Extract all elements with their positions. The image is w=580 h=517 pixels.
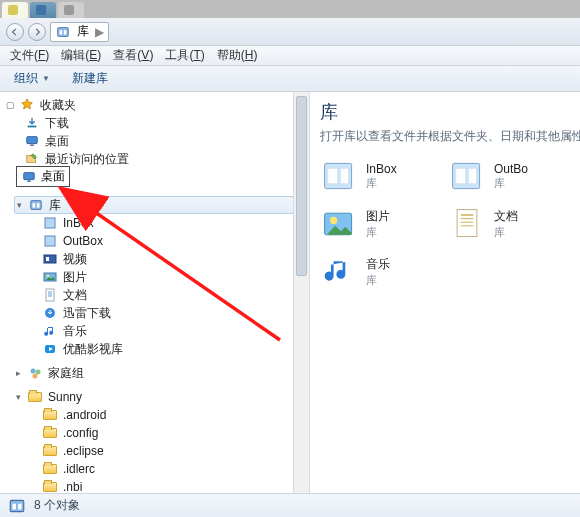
- lib-generic-icon: [42, 215, 58, 231]
- menu-view[interactable]: 查看(V): [107, 45, 159, 66]
- tree-item-outbox[interactable]: OutBox: [6, 232, 294, 250]
- tree-item-youku[interactable]: 优酷影视库: [6, 340, 294, 358]
- menu-help[interactable]: 帮助(H): [211, 45, 264, 66]
- library-item-documents[interactable]: 文档库: [448, 205, 570, 243]
- organize-button[interactable]: 组织 ▼: [6, 68, 58, 89]
- folder-icon: [42, 443, 58, 459]
- status-count: 8 个对象: [34, 497, 80, 514]
- chevron-down-icon: ▼: [42, 74, 50, 83]
- lib-large-picture-icon: [320, 205, 358, 243]
- folder-icon: [42, 407, 58, 423]
- lib-video-icon: [42, 251, 58, 267]
- tree-item-inbox[interactable]: InBox: [6, 214, 294, 232]
- expand-icon[interactable]: ▸: [14, 369, 23, 378]
- library-item-pictures[interactable]: 图片库: [320, 205, 442, 243]
- browser-tab-3[interactable]: [58, 2, 84, 18]
- tree-item-download[interactable]: 下载: [6, 114, 294, 132]
- tree-item-picture[interactable]: 图片: [6, 268, 294, 286]
- svg-rect-26: [27, 180, 31, 181]
- svg-rect-28: [328, 169, 337, 183]
- svg-rect-42: [18, 503, 21, 509]
- menu-tools[interactable]: 工具(T): [159, 45, 210, 66]
- svg-rect-32: [469, 169, 476, 183]
- tree-item-xunlei[interactable]: 迅雷下载: [6, 304, 294, 322]
- status-bar: 8 个对象: [0, 493, 580, 517]
- lib-doc-icon: [42, 287, 58, 303]
- svg-rect-29: [341, 169, 348, 183]
- svg-rect-41: [13, 503, 16, 509]
- forward-button[interactable]: [28, 23, 46, 41]
- svg-rect-31: [456, 169, 465, 183]
- page-subtitle: 打开库以查看文件并根据文件夹、日期和其他属性排列这些文件。: [320, 128, 570, 145]
- desktop-callout-label: 桌面: [41, 168, 65, 185]
- breadcrumb[interactable]: 库 ▶: [50, 22, 109, 42]
- tree-item-doc[interactable]: 文档: [6, 286, 294, 304]
- lib-music-icon: [42, 323, 58, 339]
- expand-icon[interactable]: ▢: [6, 101, 15, 110]
- menu-file[interactable]: 文件(F): [4, 45, 55, 66]
- svg-rect-3: [28, 126, 37, 128]
- tree-item-folder[interactable]: .android: [6, 406, 294, 424]
- lib-large-doc-icon: [448, 205, 486, 243]
- tree-group-user[interactable]: ▾ Sunny: [6, 388, 294, 406]
- svg-point-15: [47, 275, 50, 278]
- svg-rect-7: [31, 201, 42, 210]
- library-icon: [8, 497, 26, 515]
- collapse-icon[interactable]: ▾: [14, 393, 23, 402]
- download-icon: [24, 115, 40, 131]
- back-button[interactable]: [6, 23, 24, 41]
- tree-item-folder[interactable]: .nbi: [6, 478, 294, 493]
- menu-bar: 文件(F) 编辑(E) 查看(V) 工具(T) 帮助(H): [0, 46, 580, 66]
- library-item-inbox[interactable]: InBox库: [320, 157, 442, 195]
- tree-view: ▢ 收藏夹 下载 桌面 最近访问的位置: [0, 92, 294, 493]
- lib-large-generic-icon: [448, 157, 486, 195]
- svg-rect-9: [37, 203, 40, 207]
- collapse-icon[interactable]: ▾: [15, 201, 24, 210]
- svg-rect-35: [457, 210, 477, 237]
- navigation-pane: ▢ 收藏夹 下载 桌面 最近访问的位置: [0, 92, 310, 493]
- tree-group-homegroup[interactable]: ▸ 家庭组: [6, 364, 294, 382]
- svg-rect-5: [30, 145, 34, 146]
- tree-group-libraries[interactable]: ▾ 库: [14, 196, 294, 214]
- svg-point-22: [31, 369, 36, 374]
- tree-item-desktop[interactable]: 桌面: [6, 132, 294, 150]
- scrollbar-vertical[interactable]: [293, 92, 309, 493]
- library-item-music[interactable]: 音乐库: [320, 253, 442, 291]
- folder-icon: [42, 479, 58, 493]
- library-grid: InBox库 OutBo库 图片库 文档库 音乐库: [320, 157, 570, 291]
- nav-bar: 库 ▶: [0, 18, 580, 46]
- library-item-outbox[interactable]: OutBo库: [448, 157, 570, 195]
- page-title: 库: [320, 100, 570, 124]
- command-bar: 组织 ▼ 新建库: [0, 66, 580, 92]
- library-icon: [28, 197, 44, 213]
- svg-point-24: [33, 374, 38, 379]
- tree-item-folder[interactable]: .eclipse: [6, 442, 294, 460]
- new-library-button[interactable]: 新建库: [64, 68, 116, 89]
- monitor-icon: [21, 169, 37, 185]
- chevron-right-icon: ▶: [95, 25, 104, 39]
- library-icon: [55, 24, 71, 40]
- tree-label: 收藏夹: [39, 97, 76, 114]
- svg-rect-10: [45, 218, 55, 228]
- tree-item-music[interactable]: 音乐: [6, 322, 294, 340]
- svg-rect-1: [60, 30, 63, 34]
- folder-icon: [42, 425, 58, 441]
- browser-tab-1[interactable]: [2, 2, 28, 18]
- tree-item-folder[interactable]: .config: [6, 424, 294, 442]
- svg-rect-8: [33, 203, 36, 207]
- svg-point-23: [36, 370, 41, 375]
- breadcrumb-item[interactable]: 库: [75, 23, 91, 40]
- scrollbar-thumb[interactable]: [296, 96, 307, 276]
- browser-tab-2[interactable]: [30, 2, 56, 18]
- content-pane: 库 打开库以查看文件并根据文件夹、日期和其他属性排列这些文件。 InBox库 O…: [310, 92, 580, 493]
- menu-edit[interactable]: 编辑(E): [55, 45, 107, 66]
- svg-rect-13: [46, 257, 49, 261]
- user-folder-icon: [27, 389, 43, 405]
- tree-group-favorites[interactable]: ▢ 收藏夹: [6, 96, 294, 114]
- browser-tabstrip: [0, 0, 580, 18]
- tree-item-video[interactable]: 视频: [6, 250, 294, 268]
- desktop-callout-box[interactable]: 桌面: [16, 166, 70, 187]
- star-icon: [19, 97, 35, 113]
- tree-item-folder[interactable]: .idlerc: [6, 460, 294, 478]
- lib-picture-icon: [42, 269, 58, 285]
